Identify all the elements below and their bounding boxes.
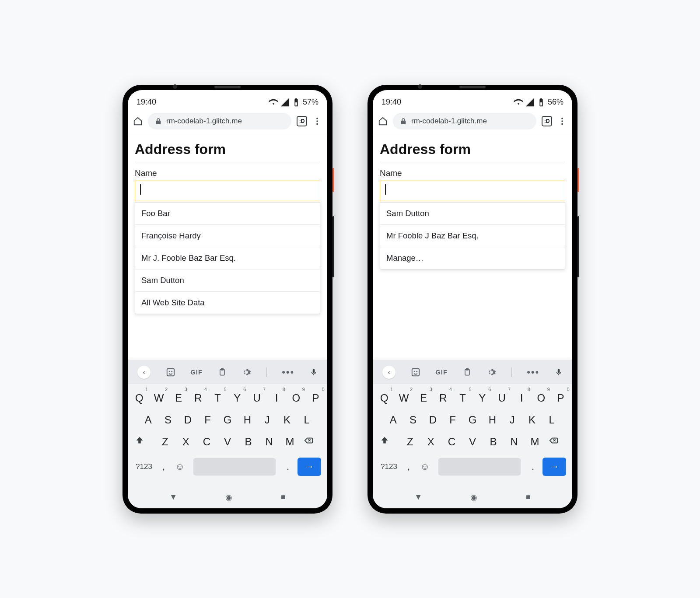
key-s[interactable]: S	[160, 414, 176, 426]
key-m[interactable]: M	[282, 436, 298, 448]
key-p[interactable]: P0	[308, 392, 324, 404]
period-key[interactable]: .	[528, 461, 538, 472]
autofill-item[interactable]: Sam Dutton	[380, 203, 565, 225]
spacebar[interactable]	[193, 458, 276, 476]
backspace-key[interactable]	[303, 436, 320, 448]
home-icon[interactable]	[133, 116, 143, 126]
tabs-button[interactable]: :D	[297, 116, 307, 126]
key-y[interactable]: Y6	[229, 392, 245, 404]
url-bar[interactable]: rm-codelab-1.glitch.me	[393, 113, 536, 129]
key-a[interactable]: A	[140, 414, 156, 426]
collapse-icon[interactable]: ‹	[137, 366, 150, 379]
key-q[interactable]: Q1	[131, 392, 147, 404]
key-w[interactable]: W2	[151, 392, 167, 404]
shift-key[interactable]	[135, 436, 152, 448]
nav-recent-icon[interactable]: ■	[281, 493, 286, 502]
nav-home-icon[interactable]: ◉	[225, 493, 232, 502]
key-e[interactable]: E3	[416, 392, 431, 404]
more-icon[interactable]: •••	[527, 367, 539, 378]
key-u[interactable]: U7	[494, 392, 510, 404]
name-field[interactable]	[135, 181, 320, 201]
key-p[interactable]: P0	[553, 392, 569, 404]
clipboard-icon[interactable]	[218, 367, 227, 377]
key-h[interactable]: H	[239, 414, 255, 426]
key-n[interactable]: N	[506, 436, 522, 448]
home-icon[interactable]	[378, 116, 388, 126]
autofill-item[interactable]: Foo Bar	[135, 203, 320, 225]
comma-key[interactable]: ,	[158, 461, 169, 472]
mic-icon[interactable]	[310, 367, 318, 377]
key-l[interactable]: L	[299, 414, 315, 426]
menu-icon[interactable]	[312, 116, 322, 126]
emoji-key[interactable]: ☺	[173, 461, 186, 472]
key-x[interactable]: X	[178, 436, 194, 448]
mic-icon[interactable]	[555, 367, 563, 377]
menu-icon[interactable]	[557, 116, 567, 126]
gear-icon[interactable]	[242, 367, 251, 377]
key-t[interactable]: T5	[210, 392, 226, 404]
autofill-item[interactable]: Mr Fooble J Baz Bar Esq.	[380, 225, 565, 247]
key-d[interactable]: D	[180, 414, 196, 426]
key-j[interactable]: J	[259, 414, 275, 426]
autofill-item[interactable]: Françoise Hardy	[135, 225, 320, 247]
key-i[interactable]: I8	[269, 392, 284, 404]
collapse-icon[interactable]: ‹	[382, 366, 396, 379]
key-o[interactable]: O9	[533, 392, 549, 404]
enter-key[interactable]: →	[542, 458, 566, 476]
clipboard-icon[interactable]	[463, 367, 472, 377]
gif-button[interactable]: GIF	[435, 368, 448, 376]
key-e[interactable]: E3	[171, 392, 186, 404]
tabs-button[interactable]: :D	[542, 116, 552, 126]
key-v[interactable]: V	[465, 436, 480, 448]
enter-key[interactable]: →	[298, 458, 321, 476]
key-q[interactable]: Q1	[376, 392, 392, 404]
nav-back-icon[interactable]: ▼	[169, 493, 177, 502]
key-v[interactable]: V	[220, 436, 235, 448]
sticker-icon[interactable]	[411, 367, 420, 377]
autofill-item[interactable]: All Web Site Data	[135, 292, 320, 314]
key-z[interactable]: Z	[402, 436, 418, 448]
autofill-item[interactable]: Manage…	[380, 247, 565, 269]
gif-button[interactable]: GIF	[190, 368, 203, 376]
backspace-key[interactable]	[548, 436, 565, 448]
key-o[interactable]: O9	[288, 392, 304, 404]
key-s[interactable]: S	[405, 414, 421, 426]
name-field[interactable]	[380, 181, 565, 201]
more-icon[interactable]: •••	[282, 367, 294, 378]
nav-home-icon[interactable]: ◉	[470, 493, 477, 502]
key-a[interactable]: A	[385, 414, 401, 426]
symbols-key[interactable]: ?123	[379, 462, 399, 471]
key-f[interactable]: F	[445, 414, 461, 426]
autofill-item[interactable]: Mr J. Fooble Baz Bar Esq.	[135, 247, 320, 269]
key-k[interactable]: K	[524, 414, 540, 426]
emoji-key[interactable]: ☺	[418, 461, 431, 472]
key-y[interactable]: Y6	[474, 392, 490, 404]
sticker-icon[interactable]	[166, 367, 175, 377]
period-key[interactable]: .	[283, 461, 293, 472]
key-b[interactable]: B	[486, 436, 501, 448]
url-bar[interactable]: rm-codelab-1.glitch.me	[148, 113, 291, 129]
symbols-key[interactable]: ?123	[134, 462, 154, 471]
nav-recent-icon[interactable]: ■	[526, 493, 531, 502]
key-z[interactable]: Z	[157, 436, 173, 448]
key-j[interactable]: J	[504, 414, 520, 426]
key-n[interactable]: N	[261, 436, 277, 448]
key-g[interactable]: G	[465, 414, 480, 426]
key-u[interactable]: U7	[249, 392, 265, 404]
key-l[interactable]: L	[544, 414, 560, 426]
key-w[interactable]: W2	[396, 392, 412, 404]
key-g[interactable]: G	[220, 414, 235, 426]
comma-key[interactable]: ,	[403, 461, 414, 472]
key-b[interactable]: B	[241, 436, 256, 448]
key-f[interactable]: F	[200, 414, 216, 426]
key-m[interactable]: M	[527, 436, 543, 448]
key-k[interactable]: K	[279, 414, 295, 426]
key-c[interactable]: C	[199, 436, 214, 448]
key-d[interactable]: D	[425, 414, 441, 426]
key-i[interactable]: I8	[514, 392, 529, 404]
key-h[interactable]: H	[484, 414, 500, 426]
spacebar[interactable]	[438, 458, 521, 476]
key-r[interactable]: R4	[190, 392, 206, 404]
nav-back-icon[interactable]: ▼	[414, 493, 422, 502]
key-x[interactable]: X	[423, 436, 439, 448]
